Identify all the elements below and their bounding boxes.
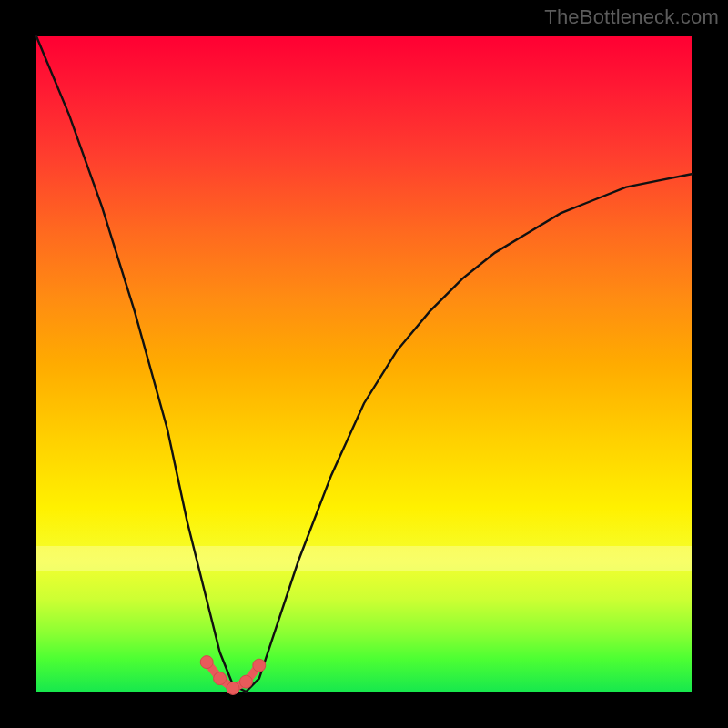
optimal-marker bbox=[200, 656, 213, 669]
watermark-text: TheBottleneck.com bbox=[544, 5, 719, 29]
bottleneck-curve bbox=[36, 36, 692, 692]
optimal-marker bbox=[253, 659, 266, 672]
optimal-marker bbox=[214, 672, 227, 685]
optimal-marker bbox=[227, 682, 239, 694]
chart-frame: TheBottleneck.com bbox=[0, 0, 728, 728]
curve-layer bbox=[36, 36, 692, 692]
optimal-marker bbox=[239, 675, 252, 688]
